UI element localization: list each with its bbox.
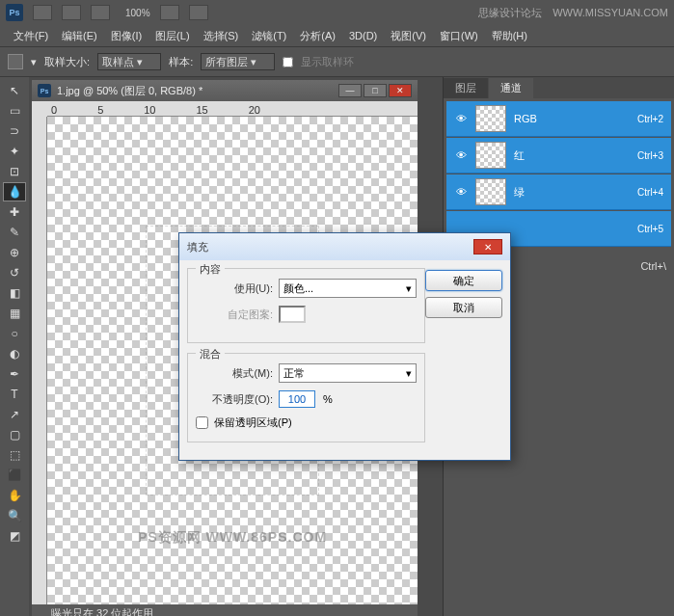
mode-select[interactable]: 正常▾ xyxy=(279,363,417,383)
opacity-label: 不透明度(O): xyxy=(196,392,273,407)
sample-size-select[interactable]: 取样点 ▾ xyxy=(97,53,161,70)
doc-arrow-icon[interactable] xyxy=(91,5,110,20)
menu-analysis[interactable]: 分析(A) xyxy=(294,27,341,45)
channel-row[interactable]: 👁 红 Ctrl+3 xyxy=(446,138,671,174)
marquee-tool[interactable]: ▭ xyxy=(3,101,26,121)
sample-label: 样本: xyxy=(169,55,193,69)
watermark: PS资源网 WWW.86PS.COM xyxy=(138,529,327,547)
menu-help[interactable]: 帮助(H) xyxy=(486,27,533,45)
channel-row[interactable]: 👁 绿 Ctrl+4 xyxy=(446,174,671,210)
channel-row[interactable]: 👁 RGB Ctrl+2 xyxy=(446,101,671,137)
content-legend: 内容 xyxy=(196,262,225,277)
menu-view[interactable]: 视图(V) xyxy=(385,27,432,45)
gradient-tool[interactable]: ▦ xyxy=(3,304,26,323)
eye-icon[interactable]: 👁 xyxy=(450,181,472,202)
lasso-tool[interactable]: ⊃ xyxy=(3,121,26,141)
3d-tool[interactable]: ⬚ xyxy=(3,445,26,465)
maximize-button[interactable]: □ xyxy=(364,84,387,97)
opacity-input[interactable] xyxy=(279,390,315,408)
menu-bar: 文件(F) 编辑(E) 图像(I) 图层(L) 选择(S) 滤镜(T) 分析(A… xyxy=(0,25,674,46)
crop-tool[interactable]: ⊡ xyxy=(3,162,26,181)
fill-dialog: 填充 ✕ 内容 使用(U): 颜色...▾ 自定图案: 混合 模式(M): 正常… xyxy=(178,232,511,461)
menu-file[interactable]: 文件(F) xyxy=(8,27,54,45)
ruler-horizontal[interactable]: 05101520 xyxy=(47,101,418,117)
ps-logo: Ps xyxy=(6,4,23,21)
minimize-button[interactable]: — xyxy=(338,84,362,97)
view-icon[interactable] xyxy=(160,5,179,20)
eye-icon[interactable]: 👁 xyxy=(450,145,472,166)
menu-select[interactable]: 选择(S) xyxy=(198,27,245,45)
pen-tool[interactable]: ✒ xyxy=(3,364,26,384)
menu-window[interactable]: 窗口(W) xyxy=(434,27,484,45)
bridge-icon[interactable] xyxy=(33,5,52,20)
mode-label: 模式(M): xyxy=(196,366,273,381)
forum-text: 思缘设计论坛 xyxy=(478,7,542,18)
tab-layers[interactable]: 图层 xyxy=(444,78,488,98)
dialog-title: 填充 xyxy=(187,240,208,254)
channel-thumb xyxy=(475,105,506,132)
preserve-label: 保留透明区域(P) xyxy=(214,415,292,430)
blend-legend: 混合 xyxy=(196,347,225,362)
cancel-button[interactable]: 取消 xyxy=(425,297,502,318)
opacity-pct: % xyxy=(323,393,333,405)
zoom-percent[interactable]: 100% xyxy=(125,8,150,18)
pattern-label: 自定图案: xyxy=(196,308,273,322)
history-brush-tool[interactable]: ↺ xyxy=(3,263,26,282)
shape-tool[interactable]: ▢ xyxy=(3,425,26,444)
dialog-close-button[interactable]: ✕ xyxy=(473,239,502,254)
stamp-tool[interactable]: ⊕ xyxy=(3,243,26,262)
channel-shortcut: Ctrl+5 xyxy=(637,224,663,234)
doc-title: 1.jpg @ 50% (图层 0, RGB/8) * xyxy=(57,84,202,98)
channel-name: 绿 xyxy=(514,185,637,200)
path-tool[interactable]: ↗ xyxy=(3,405,26,424)
mb-icon[interactable] xyxy=(62,5,81,20)
eyedropper-icon[interactable] xyxy=(8,54,23,69)
menu-3d[interactable]: 3D(D) xyxy=(343,28,383,43)
channel-shortcut: Ctrl+2 xyxy=(637,114,663,124)
color-swatch-tool[interactable]: ◩ xyxy=(3,526,26,546)
close-button[interactable]: ✕ xyxy=(389,84,412,97)
blur-tool[interactable]: ○ xyxy=(3,324,26,343)
show-ring-checkbox[interactable] xyxy=(283,57,293,67)
pattern-swatch xyxy=(279,306,306,323)
ruler-vertical[interactable] xyxy=(32,117,47,604)
channel-thumb xyxy=(475,142,506,169)
heal-tool[interactable]: ✚ xyxy=(3,202,26,222)
sample-size-label: 取样大小: xyxy=(44,55,90,69)
tools-panel: ↖ ▭ ⊃ ✦ ⊡ 💧 ✚ ✎ ⊕ ↺ ◧ ▦ ○ ◐ ✒ T ↗ ▢ ⬚ ⬛ … xyxy=(0,77,29,616)
use-select[interactable]: 颜色...▾ xyxy=(279,279,417,298)
preserve-checkbox[interactable] xyxy=(196,416,208,429)
eraser-tool[interactable]: ◧ xyxy=(3,283,26,303)
tab-channels[interactable]: 通道 xyxy=(489,78,533,98)
sample-select[interactable]: 所有图层 ▾ xyxy=(201,53,275,70)
screen-icon[interactable] xyxy=(189,5,208,20)
use-label: 使用(U): xyxy=(196,281,273,296)
options-bar: ▾ 取样大小: 取样点 ▾ 样本: 所有图层 ▾ 显示取样环 xyxy=(0,46,674,77)
channel-thumb xyxy=(475,178,506,205)
menu-layer[interactable]: 图层(L) xyxy=(149,27,195,45)
menu-filter[interactable]: 滤镜(T) xyxy=(246,27,292,45)
zoom-tool[interactable]: 🔍 xyxy=(3,506,26,525)
menu-edit[interactable]: 编辑(E) xyxy=(56,27,103,45)
status-bar: 曝光只在 32 位起作用 xyxy=(32,604,418,616)
show-ring-label: 显示取样环 xyxy=(301,55,354,69)
doc-icon: Ps xyxy=(38,84,51,97)
channel-name: RGB xyxy=(514,113,637,124)
channel-shortcut: Ctrl+3 xyxy=(637,150,663,161)
hand-tool[interactable]: ✋ xyxy=(3,486,26,505)
menu-image[interactable]: 图像(I) xyxy=(105,27,148,45)
eyedropper-tool[interactable]: 💧 xyxy=(3,182,26,201)
channel-name: 红 xyxy=(514,148,637,163)
eye-icon[interactable]: 👁 xyxy=(450,108,472,129)
site-text: WWW.MISSYUAN.COM xyxy=(553,7,668,18)
type-tool[interactable]: T xyxy=(3,385,26,404)
ok-button[interactable]: 确定 xyxy=(425,270,502,291)
brush-tool[interactable]: ✎ xyxy=(3,223,26,242)
3d-cam-tool[interactable]: ⬛ xyxy=(3,466,26,485)
wand-tool[interactable]: ✦ xyxy=(3,142,26,161)
channel-shortcut: Ctrl+4 xyxy=(637,187,663,198)
move-tool[interactable]: ↖ xyxy=(3,81,26,100)
mask-shortcut: Ctrl+\ xyxy=(640,260,666,272)
dodge-tool[interactable]: ◐ xyxy=(3,344,26,363)
